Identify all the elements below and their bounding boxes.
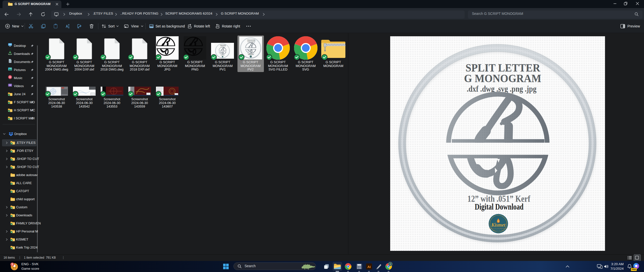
svg-text:1: 1: [12, 263, 13, 266]
svg-text:K: K: [389, 263, 391, 265]
svg-text:Ai: Ai: [368, 265, 371, 269]
